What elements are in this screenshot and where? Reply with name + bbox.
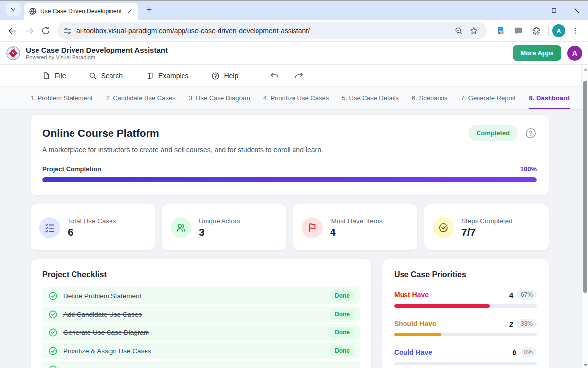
minimize-button[interactable] bbox=[520, 1, 543, 20]
check-circle-icon bbox=[48, 291, 58, 301]
tab-use-case-details[interactable]: 5. Use Case Details bbox=[342, 87, 399, 109]
scroll-down-icon[interactable] bbox=[582, 361, 588, 368]
priority-percent-badge: 67% bbox=[517, 290, 537, 300]
check-circle-icon bbox=[48, 346, 58, 356]
tab-scenarios[interactable]: 6. Scenarios bbox=[412, 87, 447, 109]
completion-progress-fill bbox=[42, 177, 537, 182]
menu-help[interactable]: Help bbox=[204, 67, 245, 84]
undo-icon[interactable] bbox=[265, 68, 283, 83]
priority-count: 0 bbox=[512, 348, 516, 357]
priority-progressbar bbox=[394, 362, 537, 365]
reload-icon[interactable] bbox=[37, 22, 54, 39]
menu-divider bbox=[258, 70, 258, 81]
visual-paradigm-logo bbox=[6, 46, 21, 61]
list-item: Define Problem Statement Done bbox=[42, 287, 360, 304]
feedback-icon[interactable] bbox=[511, 23, 526, 39]
stat-value: 6 bbox=[68, 226, 116, 238]
list-item-partial bbox=[42, 361, 360, 368]
flag-icon bbox=[302, 217, 323, 238]
menu-examples[interactable]: Examples bbox=[139, 67, 195, 84]
bookmark-star-icon[interactable] bbox=[466, 23, 481, 38]
help-circle-icon[interactable] bbox=[525, 127, 537, 139]
scroll-up-icon[interactable] bbox=[582, 66, 588, 73]
app-title: Use Case Driven Development Assistant bbox=[26, 46, 168, 54]
priority-could-have: Could Have 0 0% bbox=[394, 347, 537, 365]
list-item: Prioritize & Assign Use Cases Done bbox=[42, 342, 360, 359]
check-circle-icon bbox=[48, 365, 58, 368]
menu-file[interactable]: File bbox=[36, 67, 73, 84]
completion-value: 100% bbox=[520, 165, 537, 173]
use-case-priorities-panel: Use Case Priorities Must Have 4 67% Shou… bbox=[382, 259, 549, 368]
dashboard-content: Online Course Platform Completed A marke… bbox=[0, 110, 588, 368]
priority-label: Should Have bbox=[394, 320, 509, 327]
docs-offline-extension-icon[interactable] bbox=[493, 23, 509, 39]
extensions-puzzle-icon[interactable] bbox=[528, 23, 544, 39]
completion-label: Project Completion bbox=[42, 165, 520, 173]
stat-unique-actors: Unique Actors 3 bbox=[162, 204, 286, 250]
checklist-item-label: Generate Use Case Diagram bbox=[63, 329, 149, 336]
stat-must-have-items: 'Must Have' Items 4 bbox=[293, 204, 417, 250]
app-menubar: File Search Examples Help bbox=[0, 65, 588, 86]
toolbar-divider bbox=[548, 26, 549, 36]
page-scrollbar[interactable] bbox=[581, 65, 588, 368]
url-bar[interactable]: ai-toolbox.visual-paradigm.com/app/use-c… bbox=[57, 22, 487, 39]
tab-close-icon[interactable] bbox=[125, 7, 134, 16]
globe-favicon bbox=[29, 7, 37, 15]
priority-must-have: Must Have 4 67% bbox=[394, 290, 537, 308]
browser-menu-kebab-icon[interactable] bbox=[567, 23, 583, 39]
site-settings-icon[interactable] bbox=[63, 27, 72, 35]
priority-count: 4 bbox=[509, 291, 513, 299]
url-text[interactable]: ai-toolbox.visual-paradigm.com/app/use-c… bbox=[76, 27, 451, 35]
back-icon[interactable] bbox=[4, 22, 21, 39]
priority-progressbar bbox=[394, 304, 537, 308]
browser-toolbar: ai-toolbox.visual-paradigm.com/app/use-c… bbox=[0, 20, 588, 42]
visual-paradigm-link[interactable]: Visual Paradigm bbox=[56, 54, 95, 60]
tab-use-case-diagram[interactable]: 3. Use Case Diagram bbox=[189, 87, 250, 109]
priority-count: 2 bbox=[509, 320, 513, 328]
list-item: Generate Use Case Diagram Done bbox=[42, 324, 360, 341]
tab-generate-report[interactable]: 7. Generate Report bbox=[461, 87, 515, 109]
done-badge: Done bbox=[330, 345, 355, 356]
checklist-item-label: Define Problem Statement bbox=[63, 292, 141, 300]
check-circle-icon bbox=[48, 328, 58, 337]
checklist-icon bbox=[39, 217, 60, 238]
priority-label: Must Have bbox=[394, 291, 509, 299]
tab-problem-statement[interactable]: 1. Problem Statement bbox=[31, 87, 93, 109]
chevron-down-icon bbox=[10, 6, 16, 12]
zoom-out-icon[interactable] bbox=[451, 23, 466, 38]
project-name: Online Course Platform bbox=[42, 127, 468, 139]
tab-title: Use Case Driven Development Assistant bbox=[40, 8, 121, 15]
tab-candidate-use-cases[interactable]: 2. Candidate Use Cases bbox=[106, 87, 176, 109]
stat-steps-completed: Steps Completed 7/7 bbox=[424, 204, 549, 250]
file-icon bbox=[42, 72, 50, 80]
stat-value: 7/7 bbox=[461, 226, 513, 238]
more-apps-button[interactable]: More Apps bbox=[513, 45, 561, 61]
browser-profile-avatar[interactable]: A bbox=[552, 24, 565, 37]
priority-progress-fill bbox=[394, 333, 441, 336]
project-checklist-panel: Project Checklist Define Problem Stateme… bbox=[31, 259, 371, 368]
redo-icon[interactable] bbox=[290, 68, 308, 83]
stat-total-use-cases: Total Use Cases 6 bbox=[31, 204, 155, 250]
maximize-button[interactable] bbox=[543, 1, 565, 20]
menu-search[interactable]: Search bbox=[82, 67, 130, 84]
stat-label: Steps Completed bbox=[461, 217, 513, 225]
priority-should-have: Should Have 2 33% bbox=[394, 319, 537, 336]
users-icon bbox=[171, 217, 191, 238]
app-user-avatar[interactable]: A bbox=[567, 46, 582, 61]
check-circle-icon bbox=[48, 310, 58, 319]
close-button[interactable] bbox=[565, 1, 588, 20]
completion-progressbar bbox=[42, 177, 537, 182]
priority-progressbar bbox=[394, 333, 537, 336]
check-circle-icon bbox=[433, 217, 454, 238]
forward-icon[interactable] bbox=[21, 22, 37, 39]
checklist-item-label: Prioritize & Assign Use Cases bbox=[63, 347, 151, 355]
new-tab-button[interactable] bbox=[142, 3, 156, 17]
steps-tabbar: 1. Problem Statement 2. Candidate Use Ca… bbox=[0, 86, 588, 110]
stat-label: Total Use Cases bbox=[68, 217, 116, 225]
tab-search-button[interactable] bbox=[6, 3, 21, 16]
tab-dashboard[interactable]: 8. Dashboard bbox=[529, 87, 570, 109]
tab-prioritize-use-cases[interactable]: 4. Prioritize Use Cases bbox=[263, 87, 329, 109]
browser-tab[interactable]: Use Case Driven Development Assistant bbox=[24, 3, 138, 20]
scrollbar-thumb[interactable] bbox=[583, 81, 587, 293]
stat-value: 4 bbox=[330, 226, 382, 238]
